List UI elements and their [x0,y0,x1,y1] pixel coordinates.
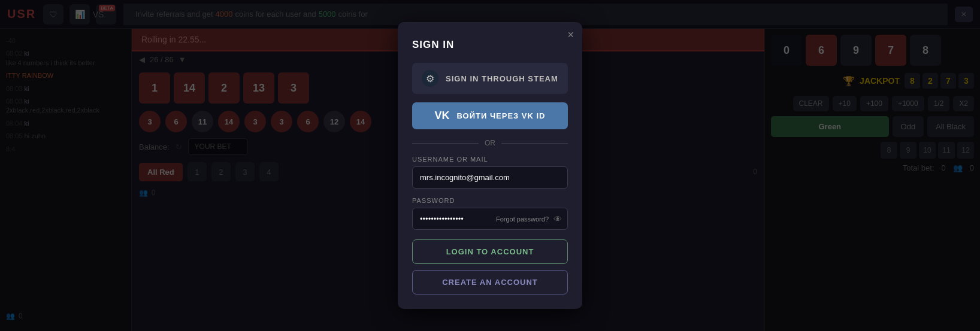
divider-line-right [501,143,568,144]
vk-icon: VK [434,110,449,122]
username-label: USERNAME OR MAIL [412,156,568,163]
signin-modal: × SIGN IN ⚙ SIGN IN THROUGH STEAM VK ВОЙ… [398,22,582,309]
modal-overlay[interactable]: × SIGN IN ⚙ SIGN IN THROUGH STEAM VK ВОЙ… [0,0,980,331]
create-account-button[interactable]: CREATE AN ACCOUNT [412,270,568,294]
forgot-password-link[interactable]: Forgot password? [496,215,549,223]
vk-btn-label: ВОЙТИ ЧЕРЕЗ VK ID [457,111,546,120]
steam-btn-label: SIGN IN THROUGH STEAM [446,74,558,83]
divider: OR [412,139,568,147]
divider-text: OR [485,139,495,147]
password-row: Forgot password? 👁 [412,208,568,230]
username-input[interactable] [412,166,568,189]
steam-icon: ⚙ [422,70,438,87]
divider-line-left [412,143,479,144]
modal-close-button[interactable]: × [567,29,574,40]
vk-signin-button[interactable]: VK ВОЙТИ ЧЕРЕЗ VK ID [412,102,568,129]
eye-icon[interactable]: 👁 [553,214,562,224]
password-label: PASSWORD [412,197,568,204]
login-button[interactable]: LOGIN TO ACCOUNT [412,239,568,264]
modal-title: SIGN IN [412,39,568,51]
steam-signin-button[interactable]: ⚙ SIGN IN THROUGH STEAM [412,63,568,94]
